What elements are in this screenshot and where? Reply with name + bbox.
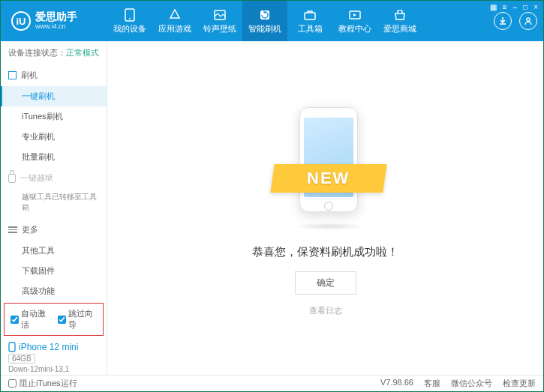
user-button[interactable] (519, 12, 537, 30)
tab-label: 工具箱 (298, 23, 323, 34)
options-box: 自动激活 跳过向导 (4, 303, 104, 336)
sidebar: 设备连接状态：正常模式 刷机 一键刷机 iTunes刷机 专业刷机 批量刷机 一… (1, 41, 107, 375)
lock-icon (8, 174, 16, 183)
connection-status: 设备连接状态：正常模式 (1, 41, 107, 64)
device-storage: 64GB (8, 354, 35, 364)
sidebar-item-firmware[interactable]: 下载固件 (1, 261, 107, 281)
tab-label: 应用游戏 (158, 23, 191, 34)
tab-ringtones[interactable]: 铃声壁纸 (197, 1, 242, 41)
sidebar-item-batch[interactable]: 批量刷机 (1, 147, 107, 167)
block-itunes-checkbox[interactable]: 阻止iTunes运行 (8, 378, 77, 389)
tab-device[interactable]: 我的设备 (107, 1, 152, 41)
menu-icon[interactable]: ▦ (490, 3, 497, 11)
app-url: www.i4.cn (35, 23, 77, 31)
tab-store[interactable]: 爱思商城 (377, 1, 422, 41)
tab-flash[interactable]: 智能刷机 (242, 1, 287, 41)
nav-tabs: 我的设备 应用游戏 铃声壁纸 智能刷机 工具箱 教程中心 爱思商城 (107, 1, 494, 41)
jailbreak-note: 越狱工具已转移至工具箱 (1, 189, 107, 219)
sidebar-item-itunes[interactable]: iTunes刷机 (1, 106, 107, 127)
main-content: NEW 恭喜您，保资料刷机成功啦！ 确定 查看日志 (107, 41, 543, 375)
sidebar-item-other[interactable]: 其他工具 (1, 241, 107, 261)
version-label: V7.98.66 (380, 378, 413, 389)
svg-point-1 (129, 18, 131, 19)
tab-label: 教程中心 (338, 23, 371, 34)
auto-activate-checkbox[interactable]: 自动激活 (11, 308, 50, 331)
store-icon (393, 8, 407, 22)
tab-label: 我的设备 (113, 23, 146, 34)
service-link[interactable]: 客服 (424, 378, 440, 389)
toolbox-icon (303, 8, 317, 22)
flash-icon (258, 8, 272, 22)
apps-icon (168, 8, 182, 22)
tutorial-icon (348, 8, 362, 22)
skip-guide-checkbox[interactable]: 跳过向导 (58, 308, 98, 331)
download-button[interactable] (494, 12, 512, 30)
logo: iU 爱思助手 www.i4.cn (11, 11, 107, 31)
svg-rect-7 (9, 343, 15, 352)
tab-label: 铃声壁纸 (203, 23, 236, 34)
logo-icon: iU (11, 11, 31, 31)
tab-label: 智能刷机 (248, 23, 281, 34)
tab-toolbox[interactable]: 工具箱 (287, 1, 332, 41)
sidebar-item-advanced[interactable]: 高级功能 (1, 281, 107, 301)
svg-point-6 (527, 18, 530, 21)
sidebar-more-header[interactable]: 更多 (1, 219, 107, 241)
phone-icon (8, 342, 16, 352)
flash-section-icon (8, 71, 17, 79)
app-title: 爱思助手 (35, 11, 77, 22)
close-icon[interactable]: × (533, 3, 538, 11)
new-banner: NEW (270, 164, 386, 193)
sidebar-jailbreak-header: 一键越狱 (1, 167, 107, 189)
update-link[interactable]: 检查更新 (503, 378, 536, 389)
tab-tutorials[interactable]: 教程中心 (332, 1, 377, 41)
window-controls: ▦ ≡ – □ × (490, 3, 538, 11)
tab-label: 爱思商城 (383, 23, 416, 34)
minimize-icon[interactable]: – (513, 3, 518, 11)
tab-apps[interactable]: 应用游戏 (152, 1, 197, 41)
success-message: 恭喜您，保资料刷机成功啦！ (252, 245, 398, 259)
svg-rect-4 (305, 13, 315, 19)
device-icon (123, 8, 137, 22)
device-info[interactable]: iPhone 12 mini 64GB Down-12mini-13,1 (1, 337, 107, 378)
sidebar-item-pro[interactable]: 专业刷机 (1, 127, 107, 147)
status-bar: 阻止iTunes运行 V7.98.66 客服 微信公众号 检查更新 (1, 375, 543, 391)
sidebar-item-oneclick[interactable]: 一键刷机 (1, 86, 107, 106)
wechat-link[interactable]: 微信公众号 (451, 378, 492, 389)
maximize-icon[interactable]: □ (523, 3, 527, 11)
success-illustration: NEW (277, 100, 374, 235)
sidebar-flash-header[interactable]: 刷机 (1, 64, 107, 86)
device-model: Down-12mini-13,1 (8, 365, 99, 373)
more-icon (8, 226, 17, 233)
view-log-link[interactable]: 查看日志 (309, 305, 342, 316)
ok-button[interactable]: 确定 (295, 271, 356, 295)
device-name-text: iPhone 12 mini (19, 342, 78, 352)
app-header: iU 爱思助手 www.i4.cn 我的设备 应用游戏 铃声壁纸 智能刷机 工具… (1, 1, 543, 41)
settings-icon[interactable]: ≡ (503, 3, 507, 11)
wallpaper-icon (213, 8, 227, 22)
